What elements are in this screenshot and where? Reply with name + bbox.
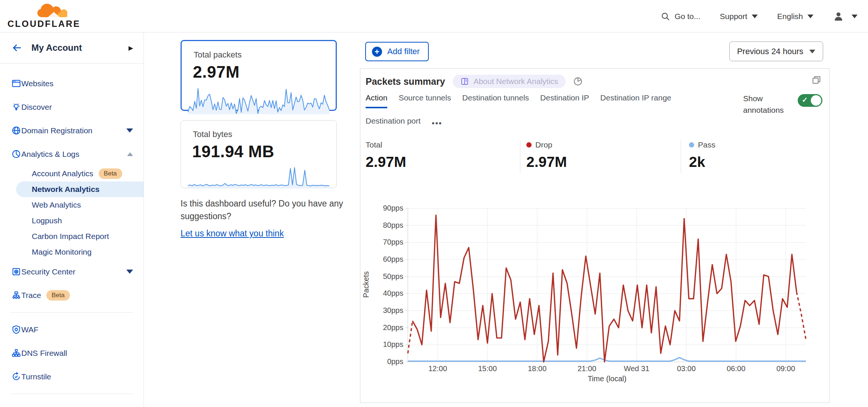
sidebar-item-label: WAF <box>21 325 39 334</box>
sidebar-item-analytics-logs[interactable]: Analytics & Logs <box>0 142 144 166</box>
chevron-right-icon[interactable]: ▶ <box>129 44 133 52</box>
book-icon <box>460 77 469 86</box>
tab-destination-ip[interactable]: Destination IP <box>540 93 589 108</box>
sidebar-item-label: Domain Registration <box>21 126 92 135</box>
svg-text:03:00: 03:00 <box>677 364 696 373</box>
tab-destination-tunnels[interactable]: Destination tunnels <box>462 93 529 108</box>
user-menu[interactable] <box>833 11 858 22</box>
language-label: English <box>777 12 803 21</box>
stat-value: 2k <box>689 154 715 170</box>
time-range-dropdown[interactable]: Previous 24 hours <box>729 41 823 61</box>
stat-divider <box>520 140 520 173</box>
packets-summary-panel: Packets summary About Network Analytics … <box>360 68 829 403</box>
language-menu[interactable]: English <box>777 12 813 21</box>
stat-value: 2.97M <box>526 154 567 170</box>
user-icon <box>833 11 844 22</box>
sidebar-item-security-center[interactable]: Security Center <box>0 260 144 283</box>
search-icon <box>661 12 670 21</box>
sidebar-item-label: Analytics & Logs <box>21 150 79 159</box>
sidebar-item-logpush[interactable]: Logpush <box>0 213 144 229</box>
tab-action[interactable]: Action <box>366 93 387 108</box>
account-header[interactable]: My Account ▶ <box>0 32 144 63</box>
card-title: Total bytes <box>193 130 336 139</box>
sidebar-item-magic-monitoring[interactable]: Magic Monitoring <box>0 244 144 260</box>
goto-search[interactable]: Go to... <box>661 12 701 21</box>
cloudflare-logo[interactable]: CLOUDFLARE <box>7 2 71 29</box>
sidebar-item-waf[interactable]: WAF <box>0 318 144 341</box>
stat-label: Drop <box>535 140 552 149</box>
sidebar-item-websites[interactable]: Websites <box>0 72 144 95</box>
total-packets-card[interactable]: Total packets 2.97M <box>181 40 337 111</box>
sidebar-item-turnstile[interactable]: Turnstile <box>0 365 144 388</box>
feedback-question: Is this dashboard useful? Do you have an… <box>181 197 345 223</box>
packets-time-series-chart: 0pps10pps20pps30pps40pps50pps60pps70pps8… <box>360 195 829 387</box>
support-menu[interactable]: Support <box>720 12 758 21</box>
sidebar: My Account ▶ WebsitesDiscoverDomain Regi… <box>0 32 144 407</box>
svg-text:Wed 31: Wed 31 <box>624 364 650 373</box>
feedback-link[interactable]: Let us know what you think <box>181 227 284 240</box>
total-bytes-card[interactable]: Total bytes 191.94 MB <box>181 120 337 188</box>
sidebar-item-carbon-impact-report[interactable]: Carbon Impact Report <box>0 229 144 244</box>
svg-text:12:00: 12:00 <box>428 364 447 373</box>
sidebar-item-label: Account Analytics <box>32 169 93 178</box>
support-label: Support <box>720 12 748 21</box>
chevron-down-icon <box>126 128 133 133</box>
stat-divider <box>681 140 681 173</box>
more-tabs-button[interactable]: ••• <box>432 116 442 132</box>
pie-chart-icon <box>11 149 21 159</box>
sidebar-item-label: Web Analytics <box>32 201 81 209</box>
sidebar-item-label: Magic Monitoring <box>32 248 92 257</box>
lightbulb-icon <box>11 102 21 112</box>
svg-text:0pps: 0pps <box>387 357 403 366</box>
svg-text:20pps: 20pps <box>383 323 404 332</box>
about-label: About Network Analytics <box>474 77 558 86</box>
sidebar-item-label: Trace <box>21 291 41 300</box>
sidebar-item-network-analytics[interactable]: Network Analytics <box>16 181 144 197</box>
svg-text:60pps: 60pps <box>383 255 404 263</box>
pie-chart-icon[interactable] <box>573 77 583 86</box>
chevron-down-icon <box>809 50 815 53</box>
top-bar: CLOUDFLARE Go to... Support English <box>0 0 868 32</box>
card-value: 2.97M <box>193 63 336 81</box>
svg-text:80pps: 80pps <box>383 221 404 229</box>
sidebar-item-account-analytics[interactable]: Account AnalyticsBeta <box>0 166 144 181</box>
show-annotations-toggle[interactable]: ✓ <box>798 94 822 107</box>
back-arrow-icon[interactable] <box>11 43 22 53</box>
panel-title: Packets summary <box>366 76 445 87</box>
sidebar-item-label: Logpush <box>32 216 62 225</box>
cloudflare-cloud-icon <box>37 2 67 19</box>
sidebar-item-domain-registration[interactable]: Domain Registration <box>0 119 144 142</box>
sidebar-item-discover[interactable]: Discover <box>0 95 144 119</box>
svg-text:40pps: 40pps <box>383 289 404 297</box>
add-filter-button[interactable]: + Add filter <box>365 42 429 61</box>
chevron-down-icon <box>126 270 133 274</box>
sidebar-item-dns-firewall[interactable]: DNS Firewall <box>0 341 144 365</box>
svg-text:Time (local): Time (local) <box>588 375 627 383</box>
sidebar-item-trace[interactable]: TraceBeta <box>0 283 144 307</box>
refresh-check-icon <box>11 372 21 382</box>
beta-badge: Beta <box>99 168 122 179</box>
tab-destination-port[interactable]: Destination port <box>366 116 421 132</box>
sidebar-item-web-analytics[interactable]: Web Analytics <box>0 197 144 213</box>
svg-text:90pps: 90pps <box>383 204 404 212</box>
chevron-down-icon <box>752 15 758 18</box>
stat-total: Total2.97M <box>366 140 406 170</box>
about-network-analytics-badge[interactable]: About Network Analytics <box>453 75 566 88</box>
sidebar-divider <box>10 394 133 394</box>
account-label: My Account <box>31 43 82 53</box>
sidebar-item-label: Turnstile <box>21 372 51 381</box>
svg-text:15:00: 15:00 <box>478 364 497 373</box>
stat-drop: Drop2.97M <box>526 140 567 170</box>
tab-destination-ip-range[interactable]: Destination IP range <box>600 93 671 108</box>
duplicate-icon[interactable] <box>811 75 822 85</box>
sidebar-item-label: Websites <box>21 79 53 88</box>
plus-icon: + <box>372 47 382 57</box>
legend-dot-pass <box>689 142 694 147</box>
svg-text:06:00: 06:00 <box>727 364 745 373</box>
check-icon: ✓ <box>802 96 808 104</box>
tab-source-tunnels[interactable]: Source tunnels <box>398 93 451 108</box>
safe-icon <box>11 267 21 277</box>
show-annotations-label: Show annotations <box>743 93 788 116</box>
svg-text:70pps: 70pps <box>383 238 404 246</box>
toggle-knob <box>811 95 821 106</box>
